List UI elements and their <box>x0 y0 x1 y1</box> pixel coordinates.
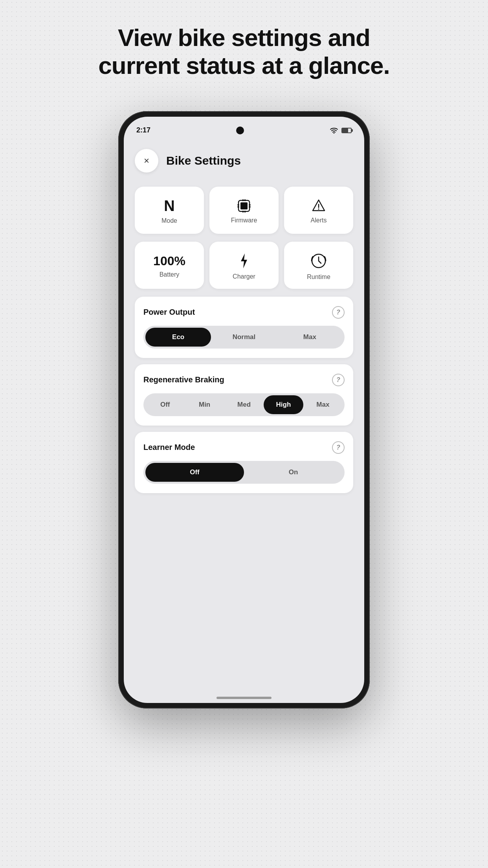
charger-icon <box>238 253 250 269</box>
power-output-header: Power Output ? <box>143 306 345 319</box>
alerts-label: Alerts <box>311 217 327 224</box>
learner-mode-help[interactable]: ? <box>332 441 345 454</box>
regen-braking-toggle: Off Min Med High Max <box>143 393 345 416</box>
svg-rect-3 <box>242 199 244 201</box>
svg-point-12 <box>318 208 319 209</box>
charger-label: Charger <box>233 273 255 280</box>
regen-med-option[interactable]: Med <box>224 395 264 414</box>
regen-max-option[interactable]: Max <box>303 395 343 414</box>
learner-mode-header: Learner Mode ? <box>143 441 345 454</box>
wifi-icon <box>330 127 338 134</box>
status-time: 2:17 <box>136 126 150 134</box>
screen-title: Bike Settings <box>166 154 241 167</box>
power-max-option[interactable]: Max <box>277 328 343 347</box>
regen-off-option[interactable]: Off <box>145 395 185 414</box>
battery-icon <box>341 128 352 133</box>
learner-mode-toggle: Off On <box>143 461 345 484</box>
alerts-icon <box>312 199 326 213</box>
power-normal-option[interactable]: Normal <box>211 328 277 347</box>
regen-min-option[interactable]: Min <box>185 395 224 414</box>
settings-grid-row1: N Mode Fi <box>135 187 353 234</box>
runtime-card[interactable]: Runtime <box>284 242 353 289</box>
phone-shell: 2:17 × Bike Settings <box>118 111 370 708</box>
svg-rect-8 <box>237 206 239 207</box>
mode-icon: N <box>164 198 174 213</box>
firmware-label: Firmware <box>231 217 257 224</box>
screen-header: × Bike Settings <box>135 149 353 172</box>
power-output-title: Power Output <box>143 308 195 317</box>
svg-rect-7 <box>237 204 239 206</box>
battery-percent-icon: 100% <box>153 255 185 267</box>
regen-braking-header: Regenerative Braking ? <box>143 374 345 386</box>
learner-off-option[interactable]: Off <box>145 463 244 482</box>
charger-card[interactable]: Charger <box>209 242 279 289</box>
regen-braking-title: Regenerative Braking <box>143 375 224 384</box>
close-button[interactable]: × <box>135 149 158 172</box>
svg-rect-2 <box>240 202 248 209</box>
alerts-card[interactable]: Alerts <box>284 187 353 234</box>
firmware-icon <box>237 199 251 213</box>
status-bar: 2:17 <box>124 117 364 137</box>
svg-rect-5 <box>242 211 244 213</box>
svg-rect-9 <box>249 204 251 206</box>
front-camera <box>236 127 244 134</box>
home-bar <box>216 697 272 699</box>
screen-content: × Bike Settings N Mode <box>124 137 364 687</box>
firmware-card[interactable]: Firmware <box>209 187 279 234</box>
battery-card[interactable]: 100% Battery <box>135 242 204 289</box>
mode-card[interactable]: N Mode <box>135 187 204 234</box>
learner-on-option[interactable]: On <box>244 463 343 482</box>
runtime-icon <box>310 252 327 270</box>
svg-rect-6 <box>244 211 246 213</box>
page-headline: View bike settings and current status at… <box>87 24 401 80</box>
battery-label: Battery <box>160 271 180 278</box>
learner-mode-section: Learner Mode ? Off On <box>135 432 353 493</box>
svg-rect-10 <box>249 206 251 207</box>
regen-high-option[interactable]: High <box>264 395 303 414</box>
svg-point-0 <box>334 132 335 133</box>
status-icons <box>330 127 352 134</box>
power-output-toggle: Eco Normal Max <box>143 326 345 349</box>
settings-grid-row2: 100% Battery Charger Ru <box>135 242 353 289</box>
phone-screen: 2:17 × Bike Settings <box>124 117 364 703</box>
power-output-help[interactable]: ? <box>332 306 345 319</box>
svg-rect-4 <box>244 199 246 201</box>
learner-mode-title: Learner Mode <box>143 443 195 452</box>
home-indicator <box>124 687 364 703</box>
regen-braking-section: Regenerative Braking ? Off Min Med High … <box>135 364 353 426</box>
runtime-label: Runtime <box>307 273 330 281</box>
power-eco-option[interactable]: Eco <box>145 328 211 347</box>
regen-braking-help[interactable]: ? <box>332 374 345 386</box>
mode-label: Mode <box>161 217 177 224</box>
power-output-section: Power Output ? Eco Normal Max <box>135 297 353 358</box>
